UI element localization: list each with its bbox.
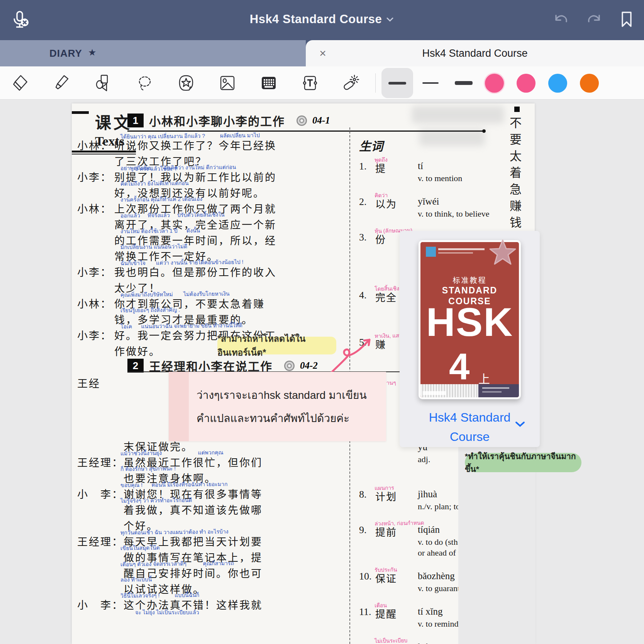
vocab-word: 份 — [375, 232, 386, 246]
vocab-number: 11. — [359, 606, 371, 618]
highlighter-tool[interactable] — [41, 66, 83, 100]
color-swatch-orange[interactable] — [580, 74, 599, 93]
vocab-pinyin: tí xǐng — [418, 606, 443, 617]
vocab-word: 乱 — [375, 642, 386, 644]
publisher-logo — [426, 247, 436, 257]
color-swatch-pink-1[interactable] — [485, 74, 504, 93]
tab-bar: DIARY ★ × Hsk4 Standard Course — [0, 39, 644, 66]
vocab-pinyin: bǎozhèng — [418, 571, 455, 581]
yellow-highlight-note[interactable]: *สามารถหาโหลดได้ในอินเทอร์เน็ต* — [217, 337, 336, 354]
page-scroll-dot — [514, 107, 520, 112]
keyboard-tool[interactable] — [248, 66, 289, 100]
pink-note-edge — [169, 372, 189, 441]
vocab-entry: คิดว่า 2. 以为 yǐwéi v. to think, to belie… — [359, 190, 525, 219]
vocab-word: 提醒 — [375, 606, 397, 620]
pink-sticky-note[interactable]: ว่างๆเราจะเอาhsk standard มาเขียน คำแปลแ… — [169, 372, 386, 441]
vocab-pinyin: tíqián — [418, 524, 440, 535]
vocab-word: 保证 — [375, 571, 397, 585]
vocab-word: 计划 — [375, 489, 397, 503]
vocab-word: 以为 — [375, 196, 397, 210]
thickness-option-thick[interactable] — [448, 68, 480, 98]
thickness-option-medium[interactable] — [381, 68, 413, 98]
speaker-label: 王经理： — [77, 454, 124, 469]
laser-pointer-tool[interactable] — [330, 66, 372, 100]
speaker-label: 小李： — [77, 264, 114, 279]
note-canvas[interactable]: 课文 Texts 1 小林和小李聊小李的工作 04-1 ได้ยินมาว่า … — [0, 100, 644, 644]
vocab-word: 提 — [375, 161, 386, 175]
redo-button[interactable] — [586, 12, 603, 27]
dialogue-text: 听说你又换工作了？今年已经换 — [114, 140, 276, 152]
shapes-tool[interactable] — [83, 66, 124, 100]
vocab-word: 完全 — [375, 290, 397, 304]
favorite-star-icon: ★ — [88, 47, 97, 58]
vocab-word: 提前 — [375, 524, 397, 539]
canvas-background-patch — [458, 446, 536, 644]
eraser-tool[interactable] — [0, 66, 41, 100]
cover-barcode-stripes — [420, 384, 478, 397]
document-title[interactable]: Hsk4 Standard Course — [250, 12, 382, 26]
speaker-label: 小 李： — [77, 597, 124, 612]
vocab-number: 8. — [359, 489, 367, 500]
chevron-down-icon[interactable] — [515, 421, 525, 428]
vocab-number: 3. — [359, 232, 367, 243]
speaker-label: 小林： — [77, 137, 114, 153]
page-corner-mark — [72, 111, 89, 114]
vocab-pinyin: tí — [418, 161, 423, 171]
vocab-number: 10. — [359, 571, 372, 582]
cd-audio-icon — [284, 361, 295, 371]
vocab-pinyin: luàn — [418, 642, 434, 644]
annotation-toolbar — [0, 66, 644, 100]
top-navigation-bar: Hsk4 Standard Course — [0, 0, 644, 39]
lasso-tool[interactable] — [124, 66, 165, 100]
handwritten-annotation: จะ ไม่ยุ่ง ไม่เป็นระเบียบแล้ว — [135, 608, 199, 617]
tab-hsk4-standard-course[interactable]: × Hsk4 Standard Course — [306, 40, 644, 66]
vocab-number: 9. — [359, 524, 367, 536]
vocab-pinyin: jìhuà — [418, 489, 437, 500]
dialogue-text: 着我做，真不知道该先做哪 — [124, 505, 263, 516]
green-highlight-note[interactable]: *ทำให้เราคุ้นชินกับภาษาจีนมากขึ้น* — [465, 453, 581, 472]
chevron-down-icon[interactable] — [386, 15, 394, 24]
thickness-option-thin[interactable] — [415, 68, 446, 98]
sticker-tool[interactable] — [165, 66, 207, 100]
vocab-number: 12. — [359, 642, 372, 644]
dialogue-text: 作做好。 — [114, 346, 161, 358]
color-swatches — [485, 66, 599, 100]
vocab-word: 赚 — [375, 337, 386, 351]
favorite-star-badge — [488, 238, 518, 268]
color-swatch-blue[interactable] — [548, 74, 567, 93]
cover-authors-block — [478, 384, 519, 397]
speaker-label: 王经理： — [77, 534, 124, 549]
speaker-label: 小林： — [77, 201, 114, 216]
speaker-label: 小 李： — [77, 486, 124, 501]
toolbar-divider — [375, 73, 376, 93]
pink-arrow-doodle[interactable] — [326, 336, 376, 376]
vocab-number: 2. — [359, 196, 367, 208]
color-swatch-pink-2[interactable] — [517, 74, 536, 93]
stroke-thickness-group — [381, 68, 480, 98]
cd-audio-icon — [297, 115, 307, 126]
undo-button[interactable] — [552, 12, 569, 27]
section1-header: 1 小林和小李聊小李的工作 04-1 — [127, 112, 330, 129]
section2-number: 2 — [127, 359, 144, 373]
text-box-tool[interactable] — [289, 66, 330, 100]
section1-number: 1 — [127, 114, 144, 127]
book-cover-card[interactable]: 标准教程 STANDARD COURSE HSK 4 上 Hsk4 Standa… — [400, 231, 540, 447]
vocab-pinyin: yǐwéi — [418, 196, 439, 207]
lesson-side-title: 不要太着急赚钱 — [506, 117, 523, 233]
dialogue-text: 我也明白。但是那份工作的收入 — [114, 267, 276, 278]
vocab-number: 4. — [359, 290, 367, 301]
vocab-title: 生词 — [359, 137, 525, 154]
tab-diary[interactable]: DIARY ★ — [0, 40, 306, 66]
speaker-label: 王经 — [77, 375, 124, 390]
vocab-entry: พูดถึง 1. 提 tí v. to mention — [359, 154, 525, 184]
bookmark-icon[interactable] — [620, 11, 633, 28]
speaker-label: 小林： — [77, 296, 114, 311]
speaker-label: 小李： — [77, 327, 114, 342]
tab-label: Hsk4 Standard Course — [306, 40, 644, 66]
image-tool[interactable] — [207, 66, 248, 100]
vocab-number: 1. — [359, 161, 367, 172]
speaker-label: 小李： — [77, 169, 114, 184]
